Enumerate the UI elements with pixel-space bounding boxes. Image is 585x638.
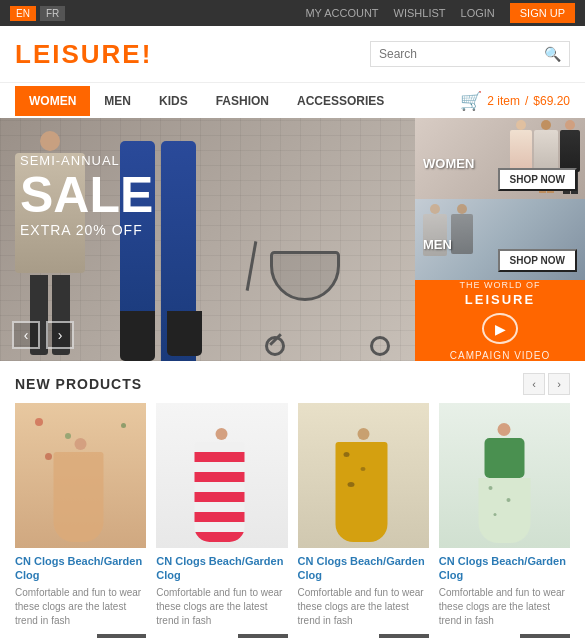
product-desc-2: Comfortable and fun to wear these clogs …: [156, 586, 287, 628]
products-prev-button[interactable]: ‹: [523, 373, 545, 395]
video-panel[interactable]: THE WORLD OF LEISURE ▶ CAMPAIGN VIDEO: [415, 280, 585, 361]
nav-men[interactable]: MEN: [90, 86, 145, 116]
product-image-4: [439, 403, 570, 548]
nav-accessories[interactable]: ACCESSORIES: [283, 86, 398, 116]
products-next-button[interactable]: ›: [548, 373, 570, 395]
banner-right-panels: WOMEN SHOP NOW MEN SHOP NOW: [415, 118, 585, 361]
price-button-3[interactable]: $76.00: [379, 634, 429, 638]
lang-fr-button[interactable]: FR: [40, 6, 65, 21]
wishlist-link[interactable]: WISHLIST: [394, 7, 446, 19]
login-link[interactable]: LOGIN: [461, 7, 495, 19]
logo-text: LEISURE: [15, 39, 142, 69]
signup-button[interactable]: SIGN UP: [510, 3, 575, 23]
cart-total: $69.20: [533, 94, 570, 108]
main-banner: SEMI-ANNUAL SALE EXTRA 20% OFF ‹ ›: [0, 118, 415, 361]
banner-next-button[interactable]: ›: [46, 321, 74, 349]
search-icon[interactable]: 🔍: [544, 46, 561, 62]
product-card-3[interactable]: CN Clogs Beach/Garden Clog Comfortable a…: [298, 403, 429, 638]
product-title-2: CN Clogs Beach/Garden Clog: [156, 554, 287, 583]
product-image-2: [156, 403, 287, 548]
product-card-2[interactable]: CN Clogs Beach/Garden Clog Comfortable a…: [156, 403, 287, 638]
product-card-1[interactable]: CN Clogs Beach/Garden Clog Comfortable a…: [15, 403, 146, 638]
product-image-1: [15, 403, 146, 548]
women-panel[interactable]: WOMEN SHOP NOW: [415, 118, 585, 199]
product-actions-4: Add to wishlist $76.00: [439, 634, 570, 638]
hero-banner: SEMI-ANNUAL SALE EXTRA 20% OFF ‹ ›: [0, 118, 585, 361]
men-panel[interactable]: MEN SHOP NOW: [415, 199, 585, 280]
product-title-1: CN Clogs Beach/Garden Clog: [15, 554, 146, 583]
price-button-2[interactable]: $76.00: [238, 634, 288, 638]
product-desc-1: Comfortable and fun to wear these clogs …: [15, 586, 146, 628]
search-bar: 🔍: [370, 41, 570, 67]
product-title-3: CN Clogs Beach/Garden Clog: [298, 554, 429, 583]
video-world-text: THE WORLD OF: [460, 280, 541, 290]
video-brand-text: LEISURE: [465, 292, 535, 307]
price-button-4[interactable]: $76.00: [520, 634, 570, 638]
products-section-title: NEW PRODUCTS: [15, 376, 142, 392]
products-section-header: NEW PRODUCTS ‹ ›: [0, 361, 585, 403]
product-desc-4: Comfortable and fun to wear these clogs …: [439, 586, 570, 628]
cart-items: 2 item: [487, 94, 520, 108]
sale-prefix: SEMI-ANNUAL: [20, 153, 153, 168]
men-label: MEN: [423, 237, 452, 252]
language-switcher: EN FR: [10, 6, 65, 21]
price-button-1[interactable]: $76.00: [97, 634, 147, 638]
cart-separator: /: [525, 94, 528, 108]
product-card-4[interactable]: CN Clogs Beach/Garden Clog Comfortable a…: [439, 403, 570, 638]
play-button[interactable]: ▶: [482, 313, 518, 344]
product-image-3: [298, 403, 429, 548]
site-header: LEISURE! 🔍: [0, 26, 585, 82]
my-account-link[interactable]: MY ACCOUNT: [305, 7, 378, 19]
women-shop-now-button[interactable]: SHOP NOW: [498, 168, 577, 191]
product-actions-3: Add to wishlist $76.00: [298, 634, 429, 638]
banner-navigation: ‹ ›: [12, 321, 74, 349]
site-logo[interactable]: LEISURE!: [15, 39, 152, 70]
product-title-4: CN Clogs Beach/Garden Clog: [439, 554, 570, 583]
top-navigation: MY ACCOUNT WISHLIST LOGIN SIGN UP: [305, 3, 575, 23]
lang-en-button[interactable]: EN: [10, 6, 36, 21]
cart-icon: 🛒: [460, 90, 482, 112]
women-label: WOMEN: [423, 156, 474, 171]
nav-kids[interactable]: KIDS: [145, 86, 202, 116]
stroller-figure: [240, 241, 400, 361]
nav-women[interactable]: WOMEN: [15, 86, 90, 116]
product-actions-2: Add to wishlist $76.00: [156, 634, 287, 638]
video-campaign-label: CAMPAIGN VIDEO: [450, 350, 551, 361]
main-navigation: WOMEN MEN KIDS FASHION ACCESSORIES 🛒 2 i…: [0, 82, 585, 118]
products-navigation: ‹ ›: [523, 373, 570, 395]
logo-accent: !: [142, 39, 153, 69]
cart-area[interactable]: 🛒 2 item / $69.20: [460, 90, 570, 112]
top-bar: EN FR MY ACCOUNT WISHLIST LOGIN SIGN UP: [0, 0, 585, 26]
product-grid: CN Clogs Beach/Garden Clog Comfortable a…: [0, 403, 585, 638]
sale-main-text: SALE: [20, 170, 153, 220]
banner-prev-button[interactable]: ‹: [12, 321, 40, 349]
nav-fashion[interactable]: FASHION: [202, 86, 283, 116]
search-input[interactable]: [379, 47, 544, 61]
sale-text-block: SEMI-ANNUAL SALE EXTRA 20% OFF: [20, 153, 153, 238]
men-shop-now-button[interactable]: SHOP NOW: [498, 249, 577, 272]
sale-sub-text: EXTRA 20% OFF: [20, 222, 153, 238]
product-actions-1: Add to wishlist $76.00: [15, 634, 146, 638]
product-desc-3: Comfortable and fun to wear these clogs …: [298, 586, 429, 628]
